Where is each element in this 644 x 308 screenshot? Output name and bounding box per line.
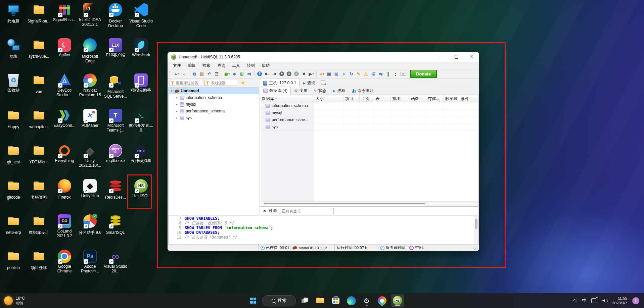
tree-item-database[interactable]: ▸information_schema: [169, 94, 259, 101]
taskbar-button-start[interactable]: [247, 294, 260, 307]
chevron-right-icon[interactable]: ▸: [175, 96, 179, 99]
grid-column-header[interactable]: 大小: [314, 95, 343, 102]
favorites-star-icon[interactable]: ★: [241, 80, 245, 86]
cancel-editing-icon[interactable]: ✕: [301, 70, 307, 77]
desktop-icon[interactable]: git_test: [1, 144, 26, 164]
desktop-icon[interactable]: ↗SmartSQL: [103, 214, 128, 235]
desktop-icon[interactable]: ✕↗PDManer: [77, 109, 103, 128]
tree-item-session[interactable]: ▾Unnamed: [169, 88, 259, 94]
undo-icon[interactable]: ↶: [206, 70, 213, 77]
window-titlebar[interactable]: HS Unnamed\ - HeidiSQL 11.3.0.6295: [168, 52, 479, 62]
notification-badge[interactable]: 1: [632, 297, 639, 304]
desktop-icon[interactable]: ↗Wireshark: [128, 38, 154, 57]
paste-icon[interactable]: ▤: [198, 70, 205, 77]
grid-column-header[interactable]: 函数: [409, 95, 426, 102]
clock[interactable]: 11:55 2023/3/7: [612, 296, 627, 305]
desktop-icon[interactable]: MQTT fx↗mqttfx.exe: [103, 144, 128, 163]
desktop-icon[interactable]: 网络: [1, 38, 26, 59]
desktop-icon[interactable]: ↗Docker Desktop: [103, 3, 128, 28]
print-icon[interactable]: ☰: [213, 70, 220, 77]
desktop-icon[interactable]: ↗SignalR-sa...: [52, 3, 77, 22]
chevron-right-icon[interactable]: ▸: [175, 109, 179, 113]
desktop-icon[interactable]: nox↗夜神模拟器: [128, 144, 154, 163]
desktop-icon[interactable]: ↗Everything: [52, 144, 77, 163]
go-last-icon[interactable]: ⇥: [271, 70, 278, 77]
desktop-icon[interactable]: ↗EasyConn...: [52, 109, 77, 128]
maximize-button[interactable]: [449, 52, 464, 62]
weather-widget[interactable]: 18°C 晴朗: [4, 293, 25, 308]
close-filter-icon[interactable]: ✕: [263, 209, 266, 213]
grid-column-header[interactable]: 项目: [343, 95, 360, 102]
find-again-icon[interactable]: ↻: [348, 70, 355, 77]
menu-item[interactable]: 帮助: [258, 62, 273, 69]
menu-item[interactable]: 编辑: [184, 62, 199, 69]
desktop-icon[interactable]: vue: [26, 73, 52, 94]
tree-item-database[interactable]: ▸mysql: [169, 101, 259, 108]
delimiter-icon[interactable]: ;: [392, 70, 399, 77]
host-tab[interactable]: ϟ状态: [311, 87, 330, 95]
session-disconnect-icon[interactable]: ⌁: [181, 70, 187, 77]
host-tab[interactable]: 命令统计: [349, 87, 377, 95]
desktop-icon[interactable]: ◆↗Unity Hub: [77, 179, 103, 198]
close-query-tab-icon[interactable]: ✕: [400, 70, 406, 77]
go-first-icon[interactable]: ⇤: [264, 70, 270, 77]
desktop-icon[interactable]: GO↗GoLand 2021.3.2: [52, 214, 77, 238]
desktop-icon[interactable]: ↗Visual Studio Code: [128, 3, 154, 28]
bulk-table-editor-icon[interactable]: ⇉: [246, 70, 252, 77]
minimize-button[interactable]: [434, 52, 449, 62]
session-tab[interactable]: 主机: 127.0.0.1: [260, 79, 300, 87]
log-vertical-scrollbar[interactable]: [474, 216, 478, 244]
host-tab[interactable]: 数据库 (4): [260, 87, 291, 95]
desktop-icon[interactable]: 此电脑: [1, 3, 26, 23]
scrollbar-thumb[interactable]: [475, 219, 477, 229]
grid-column-header[interactable]: 存储...: [426, 95, 444, 102]
desktop-icon[interactable]: ◆↗Unity 2021.2.10f...: [77, 144, 103, 168]
desktop-icon[interactable]: E10↗E10客户端: [103, 38, 128, 57]
desktop-icon[interactable]: YDT.Micr...: [26, 144, 52, 164]
tree-item-database[interactable]: ▸performance_schema: [169, 108, 259, 114]
desktop-icon[interactable]: webapitest: [26, 109, 52, 129]
session-tab[interactable]: ▶查询: [300, 79, 319, 87]
chevron-down-icon[interactable]: ▾: [170, 89, 173, 93]
delete-row-icon[interactable]: ✕: [286, 70, 292, 77]
desktop-icon[interactable]: 项目迁移: [26, 250, 52, 270]
desktop-icon[interactable]: gitcode: [1, 179, 26, 200]
table-filter-input[interactable]: [204, 80, 238, 86]
new-query-tab-button[interactable]: [321, 80, 325, 86]
export-database-icon[interactable]: ⊞: [238, 70, 245, 77]
taskbar-button-navicat[interactable]: [376, 294, 388, 307]
table-row[interactable]: mysql: [260, 109, 478, 116]
desktop-icon[interactable]: Ps↗Adobe Photosh...: [77, 250, 103, 273]
desktop-icon[interactable]: △↗DevEco Studio ...: [52, 73, 77, 97]
desktop-icon[interactable]: >_↗微信开发者工具: [128, 109, 154, 133]
desktop-icon[interactable]: T↗Microsoft Teams (...: [103, 109, 128, 133]
resize-grip-icon[interactable]: [472, 246, 476, 250]
stop-on-errors-icon[interactable]: ⚠: [363, 70, 369, 77]
grid-column-header[interactable]: 表: [374, 95, 391, 102]
grid-column-header[interactable]: 视图: [391, 95, 409, 102]
desktop-icon[interactable]: SignalR-sa...: [26, 3, 52, 23]
log-filter-input[interactable]: [280, 208, 334, 214]
desktop-icon[interactable]: ↗Navicat Premium 15: [77, 73, 103, 97]
database-filter-input[interactable]: [170, 80, 203, 86]
highlight-sql-icon[interactable]: ∥: [385, 70, 392, 77]
desktop-icon[interactable]: ↗Microsoft Edge: [77, 38, 103, 63]
binary-as-hex-icon[interactable]: 100010: [370, 70, 377, 77]
insert-row-icon[interactable]: +: [278, 70, 285, 77]
taskbar-button-edge[interactable]: [345, 294, 358, 307]
desktop-icon[interactable]: Happy: [1, 109, 26, 129]
donate-button[interactable]: Donate: [410, 70, 437, 78]
sql-log[interactable]: 7SHOW VARIABLES;8/* 已连接. 线程ID: 5 */9SHOW…: [168, 216, 478, 245]
taskbar-button-heidisql[interactable]: HS: [391, 294, 404, 307]
scrollbar-thumb[interactable]: [264, 203, 425, 204]
execute-sql-icon[interactable]: ▶▾: [308, 70, 315, 77]
desktop-icon[interactable]: ♻回收站: [1, 73, 26, 93]
menu-item[interactable]: 搜索: [199, 62, 214, 69]
host-tab[interactable]: ⚙变量: [291, 87, 311, 95]
refresh-icon[interactable]: ◉▾: [224, 70, 230, 77]
desktop-icon[interactable]: net6-erp: [1, 214, 26, 235]
user-manager-icon[interactable]: ☻: [231, 70, 238, 77]
desktop-icon[interactable]: ↗Google Chrome: [52, 250, 77, 273]
grid-horizontal-scrollbar[interactable]: [261, 201, 478, 206]
desktop-icon[interactable]: ↗模拟器助手: [128, 73, 154, 93]
